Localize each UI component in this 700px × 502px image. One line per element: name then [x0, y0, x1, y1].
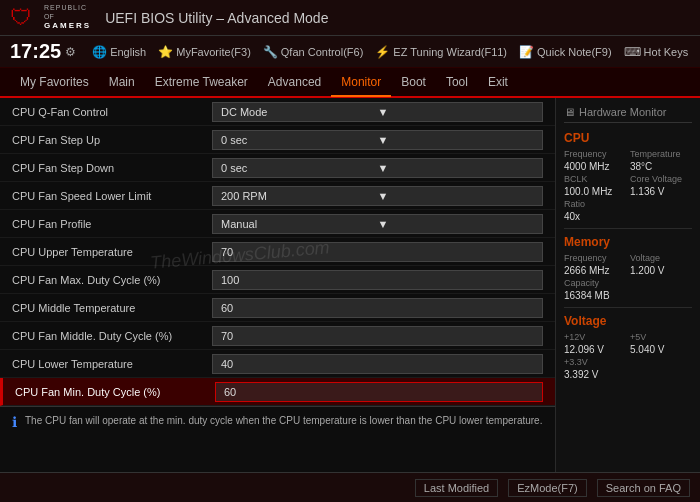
setting-cpu-fan-min-duty[interactable]: CPU Fan Min. Duty Cycle (%) 60: [0, 378, 555, 406]
nav-my-favorites[interactable]: My Favorites: [10, 69, 99, 95]
hw-v33-empty-label: [630, 357, 692, 367]
menu-item-english[interactable]: 🌐 English: [92, 45, 146, 59]
label-cpu-fan-min-duty: CPU Fan Min. Duty Cycle (%): [15, 386, 215, 398]
nav-main[interactable]: Main: [99, 69, 145, 95]
hw-cpu-bclk-label: BCLK: [564, 174, 626, 184]
hw-v12-val: 12.096 V: [564, 344, 626, 355]
logo-area: 🛡 REPUBLIC OF GAMERS: [10, 4, 105, 30]
bios-title: UEFI BIOS Utility – Advanced Mode: [105, 10, 690, 26]
brand-text: REPUBLIC OF GAMERS: [44, 4, 91, 30]
dropdown-fan-step-up[interactable]: 0 sec ▼: [212, 130, 543, 150]
info-icon: ℹ: [12, 414, 17, 430]
setting-cpu-fan-max-duty[interactable]: CPU Fan Max. Duty Cycle (%) 100: [0, 266, 555, 294]
nav-advanced[interactable]: Advanced: [258, 69, 331, 95]
dropdown-fan-step-down[interactable]: 0 sec ▼: [212, 158, 543, 178]
dropdown-fan-speed-lower[interactable]: 200 RPM ▼: [212, 186, 543, 206]
hw-cpu-empty-val: [630, 211, 692, 222]
setting-cpu-fan-profile[interactable]: CPU Fan Profile Manual ▼: [0, 210, 555, 238]
qfan-label: Qfan Control(F6): [281, 46, 364, 58]
nav-bar: My Favorites Main Extreme Tweaker Advanc…: [0, 68, 700, 98]
label-cpu-qfan-control: CPU Q-Fan Control: [12, 106, 212, 118]
chevron-down-icon: ▼: [378, 190, 535, 202]
hw-mem-empty-val: [630, 290, 692, 301]
myfavorite-label: MyFavorite(F3): [176, 46, 251, 58]
hw-cpu-empty-label: [630, 199, 692, 209]
hw-v33-empty-val: [630, 369, 692, 380]
menu-item-myfavorite[interactable]: ⭐ MyFavorite(F3): [158, 45, 251, 59]
dropdown-value-profile: Manual: [221, 218, 378, 230]
nav-monitor[interactable]: Monitor: [331, 69, 391, 97]
label-cpu-fan-profile: CPU Fan Profile: [12, 218, 212, 230]
top-menu-items: 🌐 English ⭐ MyFavorite(F3) 🔧 Qfan Contro…: [92, 45, 690, 59]
chevron-down-icon: ▼: [378, 106, 535, 118]
status-search-faq[interactable]: Search on FAQ: [597, 479, 690, 497]
input-cpu-upper-temp[interactable]: 70: [212, 242, 543, 262]
setting-cpu-upper-temp[interactable]: CPU Upper Temperature 70: [0, 238, 555, 266]
hw-mem-cap-val: 16384 MB: [564, 290, 626, 301]
setting-cpu-fan-speed-lower-limit[interactable]: CPU Fan Speed Lower Limit 200 RPM ▼: [0, 182, 555, 210]
menu-item-eztuning[interactable]: ⚡ EZ Tuning Wizard(F11): [375, 45, 507, 59]
brand-line1: REPUBLIC: [44, 4, 91, 12]
menu-item-hotkeys[interactable]: ⌨ Hot Keys: [624, 45, 689, 59]
hw-cpu-bclk-val: 100.0 MHz: [564, 186, 626, 197]
monitor-icon: 🖥: [564, 106, 575, 118]
chevron-down-icon: ▼: [378, 218, 535, 230]
dropdown-cpu-qfan[interactable]: DC Mode ▼: [212, 102, 543, 122]
globe-icon: 🌐: [92, 45, 107, 59]
hotkeys-label: Hot Keys: [644, 46, 689, 58]
label-cpu-fan-step-up: CPU Fan Step Up: [12, 134, 212, 146]
status-last-modified[interactable]: Last Modified: [415, 479, 498, 497]
settings-gear-icon[interactable]: ⚙: [65, 45, 76, 59]
star-icon: ⭐: [158, 45, 173, 59]
nav-boot[interactable]: Boot: [391, 69, 436, 95]
info-text: The CPU fan will operate at the min. dut…: [25, 413, 542, 428]
hw-voltage-grid: +12V +5V 12.096 V 5.040 V +3.3V 3.392 V: [564, 332, 692, 380]
hw-memory-title: Memory: [564, 235, 692, 249]
quicknote-icon: 📝: [519, 45, 534, 59]
settings-table: CPU Q-Fan Control DC Mode ▼ CPU Fan Step…: [0, 98, 555, 406]
dropdown-value-qfan: DC Mode: [221, 106, 378, 118]
hw-cpu-freq-label: Frequency: [564, 149, 626, 159]
qfan-icon: 🔧: [263, 45, 278, 59]
setting-cpu-middle-temp[interactable]: CPU Middle Temperature 60: [0, 294, 555, 322]
hw-cpu-freq-val: 4000 MHz: [564, 161, 626, 172]
hw-monitor-panel: 🖥 Hardware Monitor CPU Frequency Tempera…: [555, 98, 700, 472]
hw-mem-freq-val: 2666 MHz: [564, 265, 626, 276]
input-cpu-fan-min-duty[interactable]: 60: [215, 382, 543, 402]
dropdown-fan-profile[interactable]: Manual ▼: [212, 214, 543, 234]
setting-cpu-fan-middle-duty[interactable]: CPU Fan Middle. Duty Cycle (%) 70: [0, 322, 555, 350]
hw-cpu-title: CPU: [564, 131, 692, 145]
eztuning-icon: ⚡: [375, 45, 390, 59]
hw-memory-grid: Frequency Voltage 2666 MHz 1.200 V Capac…: [564, 253, 692, 301]
input-cpu-middle-temp[interactable]: 60: [212, 298, 543, 318]
top-bar: 🛡 REPUBLIC OF GAMERS UEFI BIOS Utility –…: [0, 0, 700, 36]
label-cpu-middle-temp: CPU Middle Temperature: [12, 302, 212, 314]
hw-v33-label: +3.3V: [564, 357, 626, 367]
input-cpu-fan-max-duty[interactable]: 100: [212, 270, 543, 290]
hotkeys-icon: ⌨: [624, 45, 641, 59]
label-cpu-lower-temp: CPU Lower Temperature: [12, 358, 212, 370]
clock-bar: 17:25 ⚙ 🌐 English ⭐ MyFavorite(F3) 🔧 Qfa…: [0, 36, 700, 68]
hw-cpu-corev-val: 1.136 V: [630, 186, 692, 197]
hw-cpu-ratio-val: 40x: [564, 211, 626, 222]
menu-item-quicknote[interactable]: 📝 Quick Note(F9): [519, 45, 612, 59]
quicknote-label: Quick Note(F9): [537, 46, 612, 58]
hw-v33-val: 3.392 V: [564, 369, 626, 380]
rog-shield-icon: 🛡: [10, 5, 32, 31]
setting-cpu-qfan-control[interactable]: CPU Q-Fan Control DC Mode ▼: [0, 98, 555, 126]
main-content: CPU Q-Fan Control DC Mode ▼ CPU Fan Step…: [0, 98, 700, 472]
nav-exit[interactable]: Exit: [478, 69, 518, 95]
info-bar: ℹ The CPU fan will operate at the min. d…: [0, 406, 555, 454]
setting-cpu-lower-temp[interactable]: CPU Lower Temperature 40: [0, 350, 555, 378]
setting-cpu-fan-step-up[interactable]: CPU Fan Step Up 0 sec ▼: [0, 126, 555, 154]
nav-tool[interactable]: Tool: [436, 69, 478, 95]
clock-display: 17:25: [10, 40, 61, 63]
status-ezmode[interactable]: EzMode(F7): [508, 479, 587, 497]
setting-cpu-fan-step-down[interactable]: CPU Fan Step Down 0 sec ▼: [0, 154, 555, 182]
dropdown-value-step-down: 0 sec: [221, 162, 378, 174]
input-cpu-lower-temp[interactable]: 40: [212, 354, 543, 374]
hw-cpu-temp-label: Temperature: [630, 149, 692, 159]
menu-item-qfan[interactable]: 🔧 Qfan Control(F6): [263, 45, 364, 59]
nav-extreme-tweaker[interactable]: Extreme Tweaker: [145, 69, 258, 95]
input-cpu-fan-middle-duty[interactable]: 70: [212, 326, 543, 346]
